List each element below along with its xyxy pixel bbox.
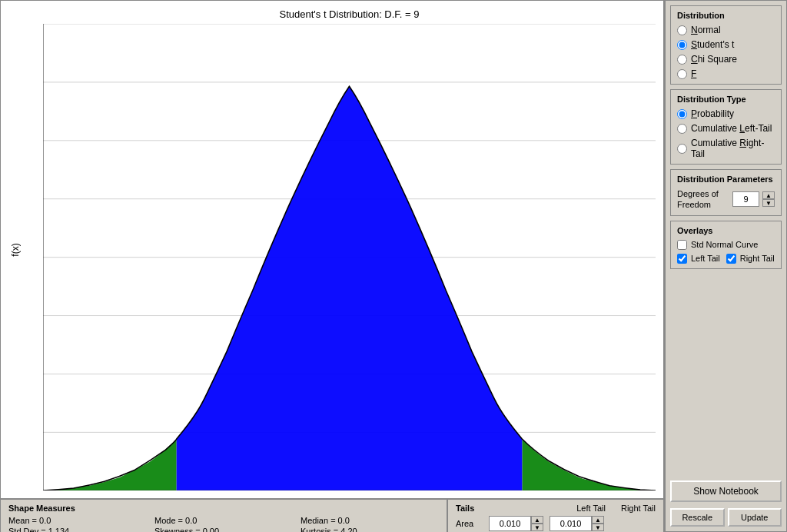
- right-tail-overlay-option[interactable]: Right Tail: [726, 254, 775, 264]
- right-area-up[interactable]: ▲: [592, 516, 604, 524]
- stddev-value: Std Dev = 1.134: [8, 527, 147, 532]
- shape-measures-title: Shape Measures: [8, 504, 439, 513]
- dist-normal-option[interactable]: Normal: [677, 25, 775, 35]
- dof-down[interactable]: ▼: [762, 199, 775, 207]
- rescale-button[interactable]: Rescale: [670, 508, 725, 527]
- left-tail-overlay-label: Left Tail: [691, 254, 720, 263]
- dof-label: Degrees of Freedom: [677, 188, 729, 211]
- dist-normal-radio[interactable]: [677, 25, 687, 35]
- y-axis-label: f(x): [10, 243, 21, 256]
- dist-chi-square-radio[interactable]: [677, 55, 687, 65]
- median-value: Median = 0.0: [301, 516, 439, 525]
- right-area-down[interactable]: ▼: [592, 524, 604, 531]
- type-cum-right-radio[interactable]: [677, 144, 687, 154]
- type-cum-right-option[interactable]: Cumulative Right-Tail: [677, 138, 775, 159]
- left-area-down[interactable]: ▼: [531, 524, 543, 531]
- distribution-group-title: Distribution: [677, 11, 775, 20]
- dist-f-option[interactable]: F: [677, 68, 775, 79]
- left-area-up[interactable]: ▲: [531, 516, 543, 524]
- right-tail-header: Right Tail: [621, 504, 656, 513]
- dist-type-radio-group: Probability Cumulative Left-Tail Cumulat…: [677, 108, 775, 159]
- distribution-type-group: Distribution Type Probability Cumulative…: [670, 89, 782, 165]
- tails-title: Tails: [456, 504, 474, 513]
- type-cum-left-label: Cumulative Left-Tail: [691, 123, 772, 134]
- type-cum-left-option[interactable]: Cumulative Left-Tail: [677, 123, 775, 134]
- tails-panel: Tails Left Tail Right Tail Area ▲ ▼: [448, 500, 663, 532]
- distribution-type-title: Distribution Type: [677, 95, 775, 104]
- type-probability-label: Probability: [691, 108, 734, 119]
- mode-value: Mode = 0.0: [154, 516, 293, 525]
- dist-normal-label: Normal: [691, 25, 721, 35]
- distribution-group: Distribution Normal Student's t Chi Squa…: [670, 5, 782, 85]
- std-normal-curve-checkbox[interactable]: [677, 240, 687, 250]
- right-area-input[interactable]: [550, 516, 592, 531]
- type-probability-radio[interactable]: [677, 109, 687, 119]
- dist-f-radio[interactable]: [677, 69, 687, 79]
- left-tail-overlay-option[interactable]: Left Tail: [677, 254, 720, 264]
- right-tail-checkbox[interactable]: [726, 254, 736, 264]
- shape-measures-panel: Shape Measures Mean = 0.0 Mode = 0.0 Med…: [1, 500, 448, 532]
- dist-chi-square-option[interactable]: Chi Square: [677, 54, 775, 65]
- dist-students-t-label: Student's t: [691, 39, 734, 50]
- area-label: Area: [456, 519, 483, 528]
- std-normal-curve-option[interactable]: Std Normal Curve: [677, 240, 775, 250]
- kurtosis-value: Kurtosis = 4.20: [301, 527, 439, 532]
- dof-input[interactable]: [732, 191, 759, 207]
- mean-value: Mean = 0.0: [8, 516, 147, 525]
- overlays-title: Overlays: [677, 226, 775, 235]
- distribution-radio-group: Normal Student's t Chi Square F: [677, 25, 775, 79]
- right-area-group[interactable]: ▲ ▼: [550, 516, 604, 531]
- left-area-group[interactable]: ▲ ▼: [489, 516, 543, 531]
- left-tail-header: Left Tail: [576, 504, 606, 513]
- left-area-input[interactable]: [489, 516, 531, 531]
- dist-params-group: Distribution Parameters Degrees of Freed…: [670, 169, 782, 216]
- dist-f-label: F: [691, 68, 696, 79]
- dist-students-t-option[interactable]: Student's t: [677, 39, 775, 50]
- type-cum-left-radio[interactable]: [677, 124, 687, 134]
- dof-up[interactable]: ▲: [762, 191, 775, 199]
- left-tail-checkbox[interactable]: [677, 254, 687, 264]
- chart-title: Student's t Distribution: D.F. = 9: [43, 8, 656, 20]
- show-notebook-button[interactable]: Show Notebook: [670, 480, 782, 502]
- right-tail-overlay-label: Right Tail: [740, 254, 775, 263]
- dist-students-t-radio[interactable]: [677, 40, 687, 50]
- update-button[interactable]: Update: [728, 508, 782, 527]
- std-normal-curve-label: Std Normal Curve: [691, 240, 758, 249]
- dist-chi-square-label: Chi Square: [691, 54, 737, 65]
- overlays-group: Overlays Std Normal Curve Left Tail Righ…: [670, 221, 782, 269]
- type-cum-right-label: Cumulative Right-Tail: [691, 138, 775, 159]
- dist-params-title: Distribution Parameters: [677, 175, 775, 184]
- type-probability-option[interactable]: Probability: [677, 108, 775, 119]
- skewness-value: Skewness = 0.00: [154, 527, 293, 532]
